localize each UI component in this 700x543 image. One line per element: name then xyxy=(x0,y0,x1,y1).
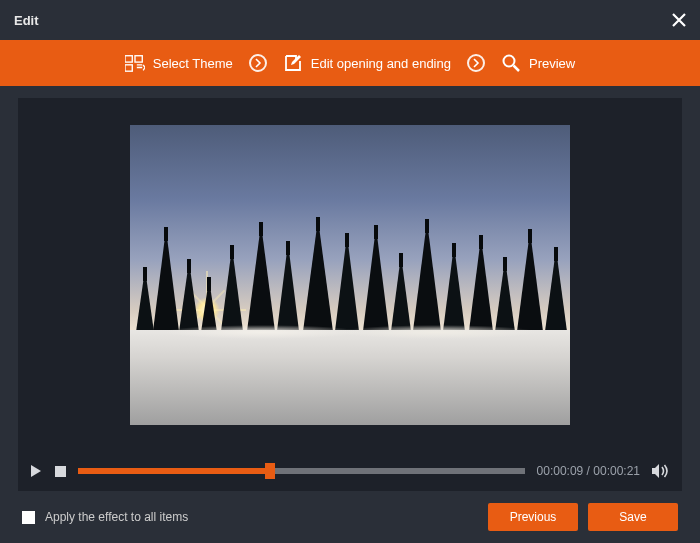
svg-point-3 xyxy=(503,56,514,67)
svg-rect-1 xyxy=(135,56,142,62)
step-bar: Select Theme Edit opening and ending xyxy=(0,40,700,86)
window-title: Edit xyxy=(14,13,39,28)
save-button[interactable]: Save xyxy=(588,503,678,531)
previous-button[interactable]: Previous xyxy=(488,503,578,531)
progress-fill xyxy=(78,468,270,474)
svg-rect-2 xyxy=(125,65,132,71)
step-edit-opening[interactable]: Edit opening and ending xyxy=(283,53,451,73)
svg-rect-4 xyxy=(55,466,66,477)
footer: Apply the effect to all items Previous S… xyxy=(0,491,700,543)
step-label: Preview xyxy=(529,56,575,71)
apply-all-checkbox[interactable] xyxy=(22,511,35,524)
titlebar: Edit xyxy=(0,0,700,40)
playback-controls: 00:00:09 / 00:00:21 xyxy=(18,451,682,491)
edit-window: Edit Select Theme xyxy=(0,0,700,543)
preview-area xyxy=(18,98,682,451)
chevron-right-icon xyxy=(249,54,267,72)
progress-handle[interactable] xyxy=(265,463,275,479)
progress-bar[interactable] xyxy=(78,468,525,474)
stop-icon[interactable] xyxy=(54,464,66,478)
step-preview[interactable]: Preview xyxy=(501,53,575,73)
step-select-theme[interactable]: Select Theme xyxy=(125,53,233,73)
theme-icon xyxy=(125,53,145,73)
time-total: 00:00:21 xyxy=(593,464,640,478)
close-icon[interactable] xyxy=(672,13,686,27)
video-frame xyxy=(130,125,570,425)
magnifier-icon xyxy=(501,53,521,73)
volume-icon[interactable] xyxy=(652,463,670,479)
chevron-right-icon xyxy=(467,54,485,72)
apply-all-label: Apply the effect to all items xyxy=(45,510,188,524)
play-icon[interactable] xyxy=(30,464,42,478)
svg-rect-0 xyxy=(125,56,132,62)
step-label: Select Theme xyxy=(153,56,233,71)
playback-time: 00:00:09 / 00:00:21 xyxy=(537,464,640,478)
time-current: 00:00:09 xyxy=(537,464,584,478)
edit-icon xyxy=(283,53,303,73)
step-label: Edit opening and ending xyxy=(311,56,451,71)
